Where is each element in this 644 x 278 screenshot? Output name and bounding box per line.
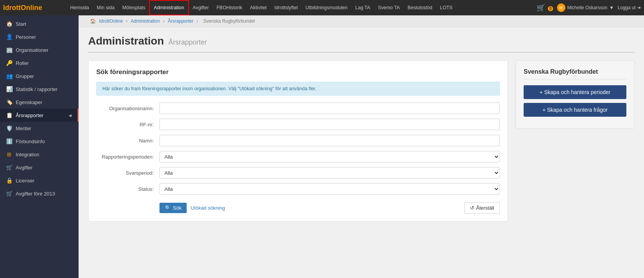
rfnr-input[interactable] xyxy=(159,119,500,130)
breadcrumb-home-link[interactable]: IdrottOnline xyxy=(99,18,123,24)
sidebar-item-personer[interactable]: 👤 Personer xyxy=(0,30,79,43)
sidebar-label-avgifter: Avgifter xyxy=(16,165,33,170)
breadcrumb-sep3: › xyxy=(197,18,199,24)
answer-period-select[interactable]: Alla xyxy=(159,167,500,179)
status-label: Status: xyxy=(96,186,159,192)
search-label: Sök xyxy=(173,205,181,211)
nav-idrottslyftet[interactable]: Idrottslyftet xyxy=(271,0,302,15)
sidebar-item-meriter[interactable]: 🛡️ Meriter xyxy=(0,122,79,135)
name-label: Namn: xyxy=(96,138,159,144)
sidebar-item-avgifter[interactable]: 🛒 Avgifter xyxy=(0,161,79,174)
page-content: Administration Årsrapporter Sök förening… xyxy=(79,27,644,229)
form-row-rfnr: RF-nr: xyxy=(96,119,500,130)
breadcrumb-sep1: › xyxy=(126,18,129,24)
sidebar-label-avgifter-fore-2013: Avgifter före 2013 xyxy=(16,191,55,197)
nav-lag-ta[interactable]: Lag TA xyxy=(352,0,374,15)
extended-search-button[interactable]: Utökad sökning xyxy=(191,205,225,211)
user-dropdown-icon[interactable]: ▼ xyxy=(609,5,614,10)
sidebar-item-avgifter-fore-2013[interactable]: 🛒 Avgifter före 2013 xyxy=(0,187,79,200)
orgname-input[interactable] xyxy=(159,103,500,114)
report-icon: 📋 xyxy=(6,112,13,118)
sidebar-item-statistik[interactable]: 📊 Statistik / rapporter xyxy=(0,83,79,96)
logo-text-orange: Online xyxy=(21,4,42,12)
shield-icon: 🛡️ xyxy=(6,125,13,131)
sidebar-item-roller[interactable]: 🔑 Roller xyxy=(0,56,79,70)
form-row-answer-period: Svarsperiod: Alla xyxy=(96,167,500,179)
reset-icon: ↺ xyxy=(470,205,474,211)
create-questions-button[interactable]: + Skapa och hantera frågor xyxy=(524,103,626,117)
cart3-icon: 🛒 xyxy=(6,190,13,197)
chevron-right-icon: ◀ xyxy=(69,113,72,117)
chart-icon: 📊 xyxy=(6,86,13,92)
panel-title: Svenska Rugbyförbundet xyxy=(524,68,626,79)
nav-hemsida[interactable]: Hemsida xyxy=(66,0,93,15)
nav-utbildningsmodulen[interactable]: Utbildningsmodulen xyxy=(302,0,352,15)
breadcrumb-sep2: › xyxy=(163,18,166,24)
nav-svemo-ta[interactable]: Svemo TA xyxy=(374,0,404,15)
breadcrumb-arsrapporter-link[interactable]: Årsrapporter xyxy=(168,18,194,24)
sidebar-label-forbundsinfo: Förbundsinfo xyxy=(16,139,45,144)
sidebar-label-start: Start xyxy=(16,21,26,27)
page-subtitle: Årsrapporter xyxy=(169,38,207,46)
cart-icon[interactable]: 🛒 0 xyxy=(537,3,553,12)
nav-fbohistorik[interactable]: FBOHistorik xyxy=(213,0,246,15)
nav-minsida[interactable]: Min sida xyxy=(93,0,118,15)
search-info-box: Här söker du fram föreningsrapporter ino… xyxy=(96,82,500,96)
left-column: Sök föreningsrapporter Här söker du fram… xyxy=(88,60,508,222)
nav-right: 🛒 0 M Michelle Oskarsson ▼ Logga ut ➜ xyxy=(537,3,641,12)
orgname-label: Organisationsnamn: xyxy=(96,106,159,111)
search-icon: 🔍 xyxy=(165,205,171,211)
sidebar-item-forbundsinfo[interactable]: ℹ️ Förbundsinfo xyxy=(0,135,79,148)
search-card: Sök föreningsrapporter Här söker du fram… xyxy=(88,60,508,222)
user-name: Michelle Oskarsson xyxy=(567,5,608,10)
breadcrumb: 🏠 IdrottOnline › Administration › Årsrap… xyxy=(79,15,644,27)
logout-label: Logga ut xyxy=(618,5,636,10)
nav-motesplats[interactable]: Mötesplats xyxy=(118,0,149,15)
breadcrumb-home-icon: 🏠 xyxy=(90,18,96,24)
sidebar-label-licenser: Licenser xyxy=(16,178,34,184)
breadcrumb-admin-link[interactable]: Administration xyxy=(131,18,160,24)
answer-period-label: Svarsperiod: xyxy=(96,170,159,176)
user-info: M Michelle Oskarsson ▼ xyxy=(557,3,614,12)
nav-avgifter[interactable]: Avgifter xyxy=(189,0,213,15)
sidebar-label-roller: Roller xyxy=(16,60,29,66)
sidebar-item-organisationer[interactable]: 🏢 Organisationer xyxy=(0,43,79,56)
report-period-select[interactable]: Alla xyxy=(159,151,500,162)
sidebar-label-statistik: Statistik / rapporter xyxy=(16,86,58,92)
sidebar-label-grupper: Grupper xyxy=(16,73,34,79)
nav-lots[interactable]: LOTS xyxy=(436,0,457,15)
main-content: 🏠 IdrottOnline › Administration › Årsrap… xyxy=(79,15,644,278)
sidebar-item-start[interactable]: 🏠 Start xyxy=(0,17,79,30)
name-input[interactable] xyxy=(159,135,500,146)
sidebar-item-egenskaper[interactable]: 🏷️ Egenskaper xyxy=(0,96,79,109)
sidebar-item-licenser[interactable]: 🔒 Licenser xyxy=(0,174,79,187)
sidebar-item-integration[interactable]: ⊞ Integration xyxy=(0,148,79,161)
avatar: M xyxy=(557,3,565,12)
form-actions: 🔍 Sök Utökad sökning ↺ Återställ xyxy=(96,202,500,213)
status-select[interactable]: Alla xyxy=(159,183,500,195)
rfnr-label: RF-nr: xyxy=(96,122,159,127)
sidebar-label-personer: Personer xyxy=(16,34,36,40)
cart-badge: 0 xyxy=(548,6,553,11)
sidebar-item-arsrapporter[interactable]: 📋 Årsrapporter ◀ xyxy=(0,109,79,122)
nav-administration[interactable]: Administration xyxy=(149,0,189,15)
logo-text-black: Idrott xyxy=(3,4,21,12)
nav-beslutsstod[interactable]: Beslutsstöd xyxy=(404,0,436,15)
logout-button[interactable]: Logga ut ➜ xyxy=(618,5,641,10)
two-column-layout: Sök föreningsrapporter Här söker du fram… xyxy=(88,60,634,222)
form-row-orgname: Organisationsnamn: xyxy=(96,103,500,114)
sidebar-item-grupper[interactable]: 👥 Grupper xyxy=(0,70,79,83)
sidebar-label-organisationer: Organisationer xyxy=(16,47,48,53)
reset-button[interactable]: ↺ Återställ xyxy=(464,202,500,213)
page-title: Administration xyxy=(88,35,164,47)
sidebar-label-integration: Integration xyxy=(16,152,39,157)
group-icon: 👥 xyxy=(6,73,13,79)
cart2-icon: 🛒 xyxy=(6,164,13,170)
nav-aktivitet[interactable]: Aktivitet xyxy=(246,0,271,15)
create-periods-button[interactable]: + Skapa och hantera perioder xyxy=(524,85,626,99)
page-header: Administration Årsrapporter xyxy=(88,35,634,53)
form-row-status: Status: Alla xyxy=(96,183,500,195)
right-panel: Svenska Rugbyförbundet + Skapa och hante… xyxy=(516,60,634,129)
reset-label: Återställ xyxy=(476,205,494,211)
search-button[interactable]: 🔍 Sök xyxy=(159,203,187,213)
